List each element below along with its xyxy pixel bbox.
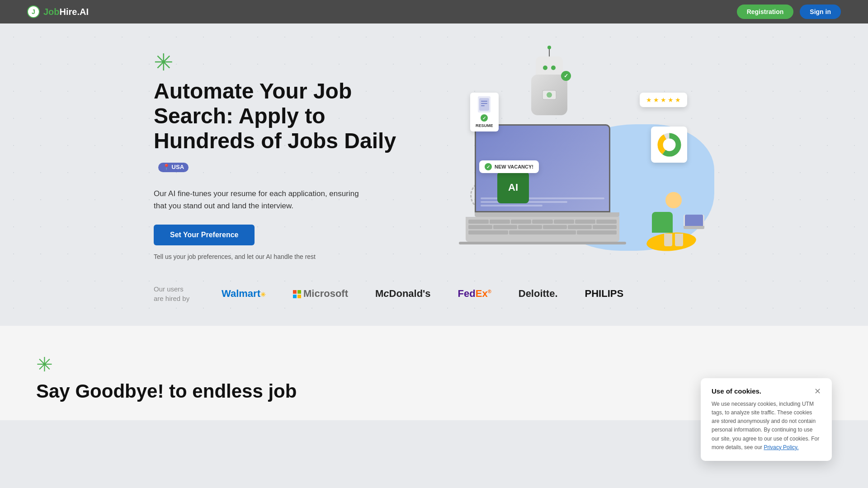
person-illustration: [656, 192, 692, 246]
logo: J JobHire.AI: [27, 5, 89, 18]
resume-check-icon: ✓: [481, 114, 488, 122]
companies-logos: Walmart✳ Microsoft McDonald's FedEx®: [222, 288, 714, 300]
stars-card: ★★★★★: [640, 93, 687, 107]
walmart-logo: Walmart✳: [222, 288, 266, 300]
hero-asterisk: ✳: [154, 51, 434, 74]
mini-laptop: [684, 215, 704, 229]
nav-buttons: Registration Sign in: [737, 5, 841, 19]
robot-body: ✓: [531, 75, 567, 115]
privacy-policy-link[interactable]: Privacy Policy.: [764, 444, 798, 450]
hero-section: ✳ Automate Your Job Search: Apply to Hun…: [0, 23, 868, 326]
svg-rect-5: [481, 105, 485, 106]
deloitte-logo: Deloitte.: [519, 288, 558, 300]
laptop-hinge: [475, 212, 619, 217]
registration-button[interactable]: Registration: [737, 5, 794, 19]
hero-subtitle: Our AI fine-tunes your resume for each a…: [154, 188, 362, 212]
hero-illustration: ✓ RESUME ✓: [452, 61, 714, 251]
svg-point-7: [547, 92, 552, 98]
laptop-base: [459, 242, 626, 244]
robot-status-dot: ✓: [561, 71, 571, 81]
laptop-keyboard: [466, 217, 619, 242]
person-head: [665, 192, 682, 208]
usa-badge: 📍 USA: [158, 163, 189, 172]
stars-rating: ★★★★★: [646, 96, 681, 103]
hero-title: Automate Your Job Search: Apply to Hundr…: [154, 79, 434, 178]
hero-left: ✳ Automate Your Job Search: Apply to Hun…: [154, 51, 434, 262]
logo-text: JobHire.AI: [43, 7, 89, 17]
companies-section: Our users are hired by Walmart✳ Microsof…: [118, 275, 750, 312]
set-preference-button[interactable]: Set Your Preference: [154, 225, 255, 245]
pie-chart-card: [651, 127, 687, 163]
svg-text:J: J: [32, 8, 35, 15]
vacancy-check-icon: ✓: [485, 163, 492, 170]
cookie-header: Use of cookies. ✕: [712, 387, 821, 395]
resume-card: ✓ RESUME: [470, 93, 499, 131]
resume-label: RESUME: [476, 123, 493, 128]
bottom-asterisk: ✳: [36, 353, 832, 376]
companies-label: Our users are hired by: [154, 284, 194, 303]
robot-antenna: [549, 47, 550, 56]
navbar: J JobHire.AI Registration Sign in: [0, 0, 868, 23]
cookie-text: We use necessary cookies, including UTM …: [712, 400, 821, 452]
vacancy-label: NEW VACANCY!: [495, 164, 533, 169]
microsoft-logo: Microsoft: [293, 288, 348, 300]
person-torso: [652, 212, 673, 233]
svg-rect-3: [481, 101, 487, 102]
vacancy-card: ✓ NEW VACANCY!: [479, 160, 539, 173]
robot: ✓: [531, 75, 567, 115]
mcdonalds-logo: McDonald's: [375, 288, 431, 300]
cookie-banner: Use of cookies. ✕ We use necessary cooki…: [701, 378, 832, 461]
robot-eye-right: [551, 66, 556, 70]
svg-rect-4: [481, 103, 487, 104]
signin-button[interactable]: Sign in: [800, 5, 841, 19]
resume-icon: [478, 96, 491, 113]
logo-icon: J: [27, 5, 40, 18]
robot-eye-left: [543, 66, 547, 70]
ai-block: AI: [497, 172, 529, 203]
fedex-logo: FedEx®: [458, 288, 491, 300]
person-body: [656, 192, 692, 246]
cookie-close-button[interactable]: ✕: [814, 387, 821, 395]
cookie-title: Use of cookies.: [712, 387, 761, 395]
svg-rect-2: [479, 98, 489, 111]
philips-logo: PHILIPS: [585, 288, 624, 300]
hero-hint: Tell us your job preferences, and let ou…: [154, 253, 434, 262]
